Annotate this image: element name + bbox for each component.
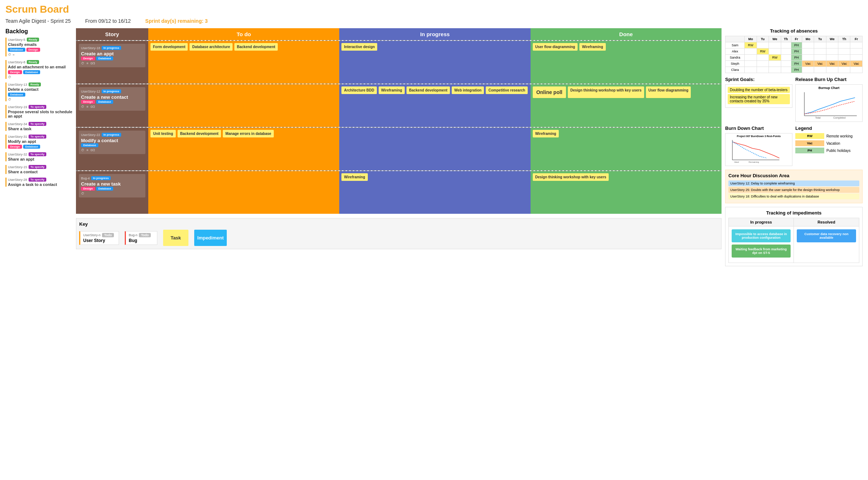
table-header: Th: [838, 36, 850, 42]
todo-cell: [148, 84, 339, 127]
board: Story To do In progress Done UserStory-1…: [76, 28, 722, 266]
sprint-remaining: Sprint day(s) remaining: 3: [145, 18, 208, 24]
legend-color-ph: PH: [795, 148, 824, 153]
absence-cell: PH: [791, 55, 802, 61]
table-row: Clara PH: [726, 67, 863, 73]
tag: Design: [81, 56, 95, 60]
burndown-chart-svg: Ideal Remaining: [727, 138, 781, 163]
absence-cell: [850, 48, 863, 55]
table-row: Steph PH Vac Vac Vac Vac Vac: [726, 61, 863, 67]
item-title: Propose several slots to schedule an app…: [8, 110, 72, 118]
column-header-todo: To do: [148, 28, 339, 40]
table-header: Tu: [757, 36, 769, 42]
absence-cell: [814, 55, 826, 61]
key-item-task: Task: [163, 230, 188, 246]
goal-item: Increasing the number of new contacts cr…: [728, 94, 790, 104]
absence-cell: RW: [745, 42, 757, 48]
legend-label-ph: Public holidays: [826, 149, 851, 153]
item-meta: ⏱: [8, 75, 72, 79]
key-story-id: UserStory-n: [83, 233, 101, 237]
tag: Database: [96, 100, 114, 104]
absences-panel: Tracking of absences Mo Tu We Th Fr Mo T…: [725, 28, 863, 73]
key-story-card: UserStory-n Todo User Story: [79, 231, 119, 245]
absence-cell: Vac: [826, 61, 838, 67]
item-meta: ⏱ =: [8, 53, 72, 56]
list-item: UserStory-31 To specify Modify an appt D…: [5, 135, 72, 149]
absence-cell: [814, 42, 826, 48]
table-header: Fr: [850, 36, 863, 42]
story-cell: UserStory-18 In progress Create an appt …: [76, 41, 148, 84]
person-name: Clara: [726, 67, 745, 73]
equals-icon: ≡: [86, 148, 88, 152]
absence-cell: [850, 55, 863, 61]
inprogress-cell: Wireframing: [339, 171, 530, 214]
svg-text:Ideal: Ideal: [734, 161, 739, 163]
task-card: Design thinking workshop with key users: [533, 173, 609, 181]
status-badge: In progress: [102, 133, 121, 137]
list-item: UserStory-28 To specify Assign a task to…: [5, 178, 72, 187]
absence-cell: Vac: [850, 61, 863, 67]
inprogress-cell: Architecture BDD Wireframing Backend dev…: [339, 84, 530, 127]
item-meta: ⏱: [8, 98, 72, 101]
absence-cell: [769, 42, 781, 48]
key-impediment-label: Impediment: [197, 235, 224, 241]
tag: Database: [96, 56, 114, 60]
tag: Design: [81, 100, 95, 104]
absence-cell: PH: [791, 42, 802, 48]
todo-cell: [148, 171, 339, 214]
board-row: UserStory-18 In progress Create an appt …: [76, 40, 722, 84]
status-badge: To specify: [29, 178, 46, 182]
status-badge: To specify: [29, 122, 46, 126]
absence-cell: [826, 67, 838, 73]
burnup-panel: Release Burn Up Chart Burnup Chart Total…: [795, 77, 863, 122]
table-row: Alex RW PH: [726, 48, 863, 55]
key-task-card: Task: [163, 230, 188, 246]
page-title: Scrum Board: [5, 4, 863, 15]
absence-cell: RW: [769, 55, 781, 61]
absence-cell: [802, 67, 814, 73]
board-row: Bug-4 In progress Create a new task Desi…: [76, 170, 722, 214]
status-badge: To specify: [29, 152, 46, 156]
task-card: Backend development: [407, 86, 450, 94]
absence-cell: [781, 67, 791, 73]
table-header: Tu: [814, 36, 826, 42]
story-id: UserStory-12: [81, 90, 100, 93]
imp-resolved-cell: Customer data recovery non available: [794, 226, 859, 263]
burnup-title: Release Burn Up Chart: [795, 77, 863, 82]
item-id: UserStory-8: [8, 60, 25, 64]
absence-cell: [745, 48, 757, 55]
svg-text:Total: Total: [815, 116, 821, 119]
legend-title: Legend: [795, 126, 863, 131]
tag: Database: [23, 145, 41, 149]
list-item: UserStory-5 Ready Classify emails Databa…: [5, 38, 72, 56]
story-card: UserStory-22 In progress Modify a contac…: [79, 131, 145, 154]
table-header: We: [769, 36, 781, 42]
task-card: Architecture BDD: [341, 86, 376, 94]
legend-item: PH Public holidays: [795, 148, 863, 153]
item-title: Delete a contact: [8, 87, 72, 92]
absence-cell: RW: [757, 48, 769, 55]
sprint-info: Team Agile Digest - Sprint 25 From 09/12…: [5, 18, 863, 24]
tag: Database: [23, 70, 41, 74]
status-badge: Ready: [29, 82, 41, 86]
key-item-impediment: Impediment: [194, 230, 227, 246]
item-id: UserStory-28: [8, 178, 27, 182]
sprint-goals-content: Doubling the number of beta-testers Incr…: [725, 84, 792, 108]
absence-cell: [781, 55, 791, 61]
table-header: Mo: [802, 36, 814, 42]
absence-cell: [826, 48, 838, 55]
task-card: Backend development: [178, 130, 221, 137]
story-cell: Bug-4 In progress Create a new task Desi…: [76, 171, 148, 214]
key-item-story: UserStory-n Todo User Story: [79, 231, 119, 245]
legend-items: RW Remote working Vac Vacation PH Public…: [795, 133, 863, 153]
person-name: Sam: [726, 42, 745, 48]
task-card: Design thinking workshop with key users: [568, 86, 644, 98]
absence-cell: [826, 55, 838, 61]
absence-cell: PH: [791, 61, 802, 67]
story-id: Bug-4: [81, 177, 90, 180]
absence-cell: [745, 61, 757, 67]
absence-cell: Vac: [814, 61, 826, 67]
backlog-title: Backlog: [5, 28, 72, 35]
core-hour-title: Core Hour Discussion Area: [728, 173, 859, 178]
absence-cell: [769, 67, 781, 73]
